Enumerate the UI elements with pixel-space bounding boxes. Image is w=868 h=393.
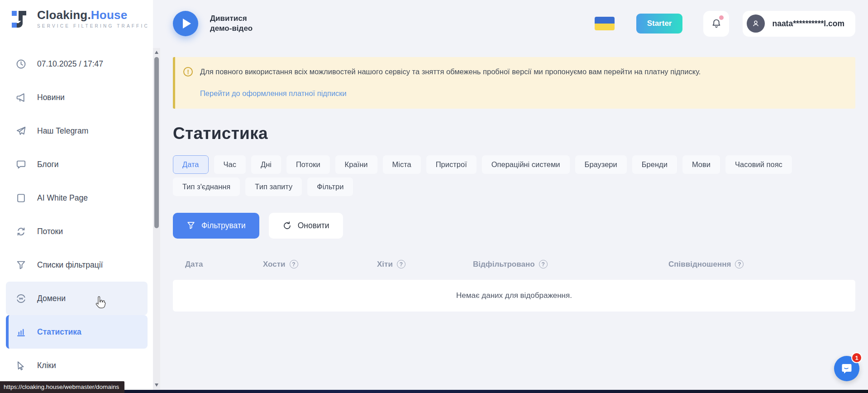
sidebar-item-news[interactable]: Новини [6, 81, 148, 114]
brand-tagline: SERVICE FILTERING TRAFFIC [37, 24, 149, 29]
refresh-button[interactable]: Оновити [269, 213, 343, 239]
action-buttons: Фільтрувати Оновити [173, 213, 855, 239]
sidebar-item-label: Блоги [37, 160, 59, 169]
sidebar-item-label: Новини [37, 93, 65, 102]
paper-plane-icon [16, 126, 26, 136]
filter-tabs-row-2: Тип з'єднання Тип запиту Фільтри [173, 177, 855, 196]
filter-button[interactable]: Фільтрувати [173, 213, 259, 239]
content: ! Для повного використання всіх можливос… [160, 57, 868, 312]
tab-countries[interactable]: Країни [335, 155, 377, 174]
trial-warning-banner: ! Для повного використання всіх можливос… [173, 57, 855, 109]
sidebar-item-label: Домени [37, 294, 66, 303]
bottom-edge-strip [0, 390, 868, 393]
scroll-down-icon[interactable] [155, 383, 158, 387]
tab-brands[interactable]: Бренди [632, 155, 677, 174]
user-email: naata**********l.com [772, 19, 844, 29]
main-area: Дивитися демо-відео Starter [160, 0, 868, 393]
column-filtered: Відфільтровано ? [473, 260, 668, 269]
empty-state-message: Немає даних для відображення. [456, 291, 572, 300]
empty-state-card: Немає даних для відображення. [173, 280, 855, 312]
tab-request-type[interactable]: Тип запиту [245, 177, 302, 196]
sidebar: Cloaking.House SERVICE FILTERING TRAFFIC… [0, 0, 153, 393]
tab-languages[interactable]: Мови [682, 155, 720, 174]
cursor-icon [16, 360, 26, 371]
filter-tabs-row-1: Дата Час Дні Потоки Країни Міста Пристро… [173, 155, 855, 174]
sidebar-item-domains[interactable]: Домени [6, 282, 148, 315]
sidebar-item-telegram[interactable]: Наш Telegram [6, 114, 148, 148]
header-right-cluster: Starter naata**********l.com [595, 11, 855, 37]
sidebar-item-label: Наш Telegram [37, 126, 88, 136]
avatar [747, 14, 765, 33]
tab-streams[interactable]: Потоки [286, 155, 330, 174]
sidebar-item-label: Списки фільтрації [37, 260, 103, 270]
plan-button[interactable]: Starter [636, 14, 683, 34]
tab-operating-systems[interactable]: Операційні системи [482, 155, 570, 174]
scrollbar-thumb[interactable] [154, 57, 159, 228]
tab-cities[interactable]: Міста [383, 155, 421, 174]
status-bar-url: https://cloaking.house/webmaster/domains [0, 381, 124, 393]
column-hosts: Хости ? [263, 260, 377, 269]
tab-data[interactable]: Дата [173, 155, 209, 174]
bar-chart-icon [16, 327, 26, 337]
play-icon[interactable] [173, 11, 198, 36]
user-account-button[interactable]: naata**********l.com [743, 11, 855, 37]
help-icon[interactable]: ? [397, 260, 405, 268]
table-header: Дата Хости ? Хіти ? Відфільтровано ? Спі… [173, 260, 855, 269]
sidebar-item-label: Статистика [37, 327, 81, 337]
sidebar-item-streams[interactable]: Потоки [6, 215, 148, 248]
demo-video-button[interactable]: Дивитися демо-відео [173, 11, 253, 36]
help-icon[interactable]: ? [735, 260, 744, 268]
filter-funnel-icon [186, 221, 196, 230]
notifications-button[interactable] [703, 11, 729, 37]
tab-browsers[interactable]: Браузери [575, 155, 627, 174]
funnel-icon [16, 260, 26, 270]
demo-video-label: Дивитися демо-відео [210, 14, 253, 34]
page-title: Статистика [173, 124, 855, 143]
tab-days[interactable]: Дні [251, 155, 281, 174]
chat-messenger-icon [840, 362, 854, 375]
sidebar-item-label: AI White Page [37, 193, 88, 203]
page-icon [16, 193, 26, 203]
notification-dot [719, 15, 724, 20]
sidebar-item-statistics[interactable]: Статистика [6, 315, 148, 349]
top-header: Дивитися демо-відео Starter [160, 0, 868, 47]
banner-message: Для повного використання всіх можливосте… [200, 67, 701, 77]
clock-icon [16, 59, 26, 69]
megaphone-icon [16, 92, 26, 103]
help-icon[interactable]: ? [539, 260, 548, 268]
sync-icon [16, 226, 26, 237]
chat-unread-badge: 1 [851, 352, 862, 363]
tab-filters[interactable]: Фільтри [307, 177, 353, 196]
tab-connection-type[interactable]: Тип з'єднання [173, 177, 240, 196]
tab-time[interactable]: Час [214, 155, 246, 174]
refresh-icon [282, 221, 292, 230]
sidebar-item-datetime[interactable]: 07.10.2025 / 17:47 [6, 47, 148, 81]
tab-devices[interactable]: Пристрої [426, 155, 477, 174]
sidebar-item-blogs[interactable]: Блоги [6, 148, 148, 181]
sidebar-item-label: 07.10.2025 / 17:47 [37, 59, 103, 69]
column-ratio: Співвідношення ? [668, 260, 855, 269]
logo-text: Cloaking.House SERVICE FILTERING TRAFFIC [37, 8, 149, 29]
sidebar-item-clicks[interactable]: Кліки [6, 349, 148, 382]
sidebar-scrollbar[interactable] [153, 48, 160, 389]
sidebar-item-ai-white-page[interactable]: AI White Page [6, 181, 148, 215]
sidebar-nav: 07.10.2025 / 17:47 Новини Наш Telegram Б… [0, 47, 153, 382]
scroll-up-icon[interactable] [155, 51, 158, 54]
webmaster-globe-icon [16, 293, 26, 304]
sidebar-item-label: Кліки [37, 361, 56, 370]
warning-icon: ! [183, 67, 193, 77]
ukraine-flag-icon[interactable] [595, 17, 615, 30]
help-icon[interactable]: ? [290, 260, 298, 268]
subscription-link[interactable]: Перейти до оформлення платної підписки [200, 89, 347, 98]
brand-name-dark: Cloaking. [37, 8, 91, 22]
person-icon [751, 19, 761, 29]
sidebar-item-filter-lists[interactable]: Списки фільтрації [6, 248, 148, 282]
column-date: Дата [185, 260, 263, 269]
column-hits: Хіти ? [377, 260, 473, 269]
tab-timezone[interactable]: Часовий пояс [725, 155, 792, 174]
sidebar-item-label: Потоки [37, 227, 63, 236]
brand-name-accent: House [91, 8, 127, 22]
logo[interactable]: Cloaking.House SERVICE FILTERING TRAFFIC [0, 0, 153, 29]
chat-bubble-icon [16, 159, 26, 170]
logo-icon [11, 9, 32, 29]
